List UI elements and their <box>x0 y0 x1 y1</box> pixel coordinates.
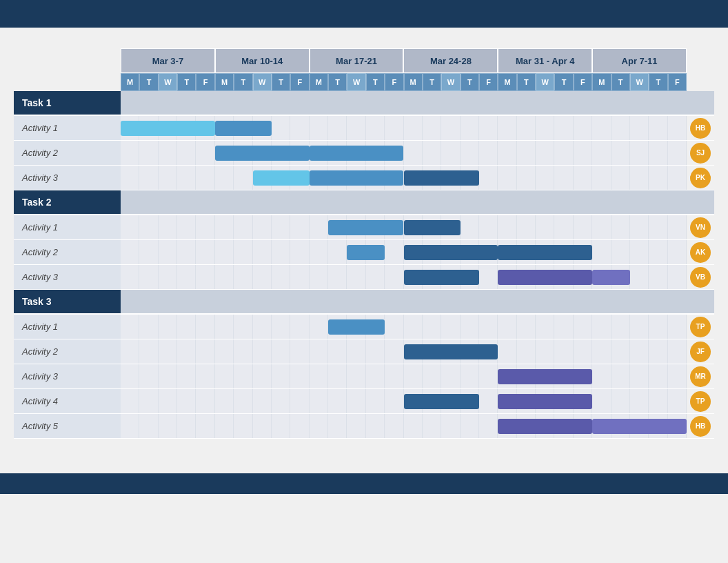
activity-label: Activity 3 <box>14 265 121 290</box>
activity-bar-area <box>121 315 687 339</box>
activity-label: Activity 3 <box>14 364 121 389</box>
day-label: T <box>177 73 196 91</box>
avatar-cell: VN <box>687 215 714 240</box>
task-bar-area <box>121 91 687 116</box>
day-label: M <box>498 73 516 91</box>
avatar-cell: VB <box>687 265 714 290</box>
activity-label: Activity 1 <box>14 215 121 240</box>
activity-row: Activity 2SJ <box>14 141 714 166</box>
day-label: T <box>139 73 158 91</box>
day-label: F <box>196 73 214 91</box>
day-label: W <box>347 73 365 91</box>
task-bar-area <box>121 290 687 315</box>
task-label: Task 2 <box>14 190 121 215</box>
day-label: W <box>441 73 460 91</box>
day-label: F <box>479 73 498 91</box>
activity-row: Activity 1HB <box>14 116 714 141</box>
task-label: Task 1 <box>14 91 121 116</box>
activity-bar-area <box>121 339 687 364</box>
activity-bar-area <box>121 265 687 290</box>
gantt-bar <box>498 369 592 384</box>
week-label: Mar 17-21 <box>310 48 404 73</box>
activity-bar-area <box>121 166 687 190</box>
avatar-cell: JF <box>687 339 714 364</box>
avatar: HB <box>690 416 711 437</box>
task-label: Task 3 <box>14 290 121 315</box>
activity-row: Activity 4TP <box>14 389 714 414</box>
task-bar-area <box>121 190 687 215</box>
gantt-bar <box>328 220 403 235</box>
avatar-cell: PK <box>687 166 714 190</box>
activity-row: Activity 5HB <box>14 414 714 439</box>
activity-row: Activity 2JF <box>14 339 714 364</box>
avatar-cell: MR <box>687 364 714 389</box>
day-label: T <box>423 73 441 91</box>
gantt-bar <box>404 245 498 260</box>
gantt-bar <box>253 170 310 186</box>
avatar-cell: HB <box>687 116 714 141</box>
activity-bar-area <box>121 414 687 439</box>
gantt-bar <box>215 121 272 136</box>
activity-row: Activity 1TP <box>14 315 714 339</box>
activity-row: Activity 1VN <box>14 215 714 240</box>
week-label: Mar 10-14 <box>215 48 310 73</box>
avatar: HB <box>690 118 711 139</box>
day-label: T <box>611 73 630 91</box>
avatar-cell: SJ <box>687 141 714 166</box>
activity-label: Activity 3 <box>14 166 121 190</box>
task-row-task1: Task 1 <box>14 91 714 116</box>
avatar-cell: TP <box>687 389 714 414</box>
day-label: F <box>574 73 592 91</box>
day-label: T <box>328 73 347 91</box>
gantt-bar <box>404 270 479 285</box>
gantt-body: Task 1Activity 1HBActivity 2SJActivity 3… <box>14 91 714 439</box>
day-label: W <box>159 73 177 91</box>
gantt-chart: Mar 3-7Mar 10-14Mar 17-21Mar 24-28Mar 31… <box>14 48 714 439</box>
activity-bar-area <box>121 364 687 389</box>
gantt-bar <box>498 245 592 260</box>
activity-bar-area <box>121 215 687 240</box>
activity-label: Activity 2 <box>14 339 121 364</box>
gantt-bar <box>310 146 404 161</box>
header-rows: Mar 3-7Mar 10-14Mar 17-21Mar 24-28Mar 31… <box>14 48 714 91</box>
day-label: M <box>215 73 234 91</box>
gantt-bar <box>404 220 461 235</box>
day-label: T <box>366 73 385 91</box>
activity-row: Activity 3VB <box>14 265 714 290</box>
day-label: F <box>290 73 309 91</box>
avatar-cell: TP <box>687 315 714 339</box>
avatar: TP <box>690 317 711 337</box>
activity-row: Activity 3MR <box>14 364 714 389</box>
week-label: Mar 24-28 <box>403 48 498 73</box>
activity-bar-area <box>121 116 687 141</box>
gantt-bar <box>592 270 630 285</box>
weeks-header-area: Mar 3-7Mar 10-14Mar 17-21Mar 24-28Mar 31… <box>121 48 687 91</box>
gantt-bar <box>404 394 479 409</box>
avatar: TP <box>690 391 711 412</box>
day-label: M <box>404 73 423 91</box>
activity-label: Activity 4 <box>14 389 121 414</box>
activity-label: Activity 2 <box>14 240 121 265</box>
week-label: Mar 31 - Apr 4 <box>498 48 592 73</box>
activity-bar-area <box>121 141 687 166</box>
avatar: VB <box>690 267 711 288</box>
avatar-cell: AK <box>687 240 714 265</box>
activity-label: Activity 1 <box>14 116 121 141</box>
day-label: T <box>234 73 252 91</box>
gantt-bar <box>404 170 479 186</box>
day-label: M <box>310 73 328 91</box>
week-label: Apr 7-11 <box>592 48 687 73</box>
day-label: T <box>272 73 290 91</box>
activity-label: Activity 1 <box>14 315 121 339</box>
avatar: PK <box>690 168 711 188</box>
day-label: M <box>592 73 611 91</box>
gantt-bar <box>328 319 385 335</box>
app-header <box>0 0 728 28</box>
day-label: T <box>461 73 479 91</box>
task-row-task2: Task 2 <box>14 190 714 215</box>
gantt-bar <box>404 344 498 359</box>
avatar: JF <box>690 342 711 362</box>
page-footer <box>0 473 728 494</box>
avatar: SJ <box>690 143 711 164</box>
gantt-bar <box>347 245 385 260</box>
